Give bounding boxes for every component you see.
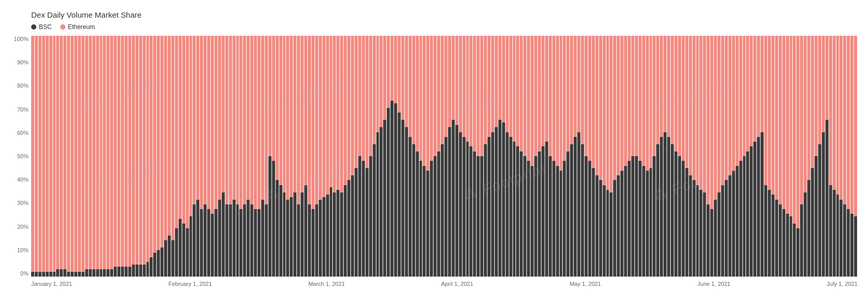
bar-bsc bbox=[736, 166, 739, 277]
bar-bsc bbox=[775, 200, 778, 277]
bar-bsc bbox=[649, 168, 653, 277]
bar-eth bbox=[509, 36, 512, 137]
bar-column bbox=[663, 36, 667, 277]
bar-column bbox=[35, 36, 38, 277]
x-label-jul: July 1, 2021 bbox=[827, 281, 858, 287]
bar-bsc bbox=[283, 192, 286, 277]
bar-bsc bbox=[347, 180, 350, 277]
bar-eth bbox=[114, 36, 117, 267]
bar-column bbox=[229, 36, 232, 277]
bar-bsc bbox=[743, 156, 746, 277]
bar-column bbox=[635, 36, 638, 277]
bar-eth bbox=[534, 36, 537, 156]
bar-column bbox=[552, 36, 555, 277]
bar-eth bbox=[725, 36, 728, 180]
bar-bsc bbox=[236, 204, 239, 277]
bar-bsc bbox=[254, 209, 257, 277]
bar-eth bbox=[78, 36, 81, 272]
bar-column bbox=[502, 36, 505, 277]
bar-bsc bbox=[441, 144, 444, 277]
bar-bsc bbox=[667, 137, 670, 277]
bar-column bbox=[592, 36, 595, 277]
bar-eth bbox=[674, 36, 677, 152]
bar-column bbox=[398, 36, 401, 277]
y-axis: 100% 90% 80% 70% 60% 50% 40% 30% 20% 10%… bbox=[8, 36, 29, 277]
bar-column bbox=[85, 36, 88, 277]
bar-column bbox=[574, 36, 577, 277]
bar-eth bbox=[790, 36, 793, 216]
bar-eth bbox=[678, 36, 681, 156]
bar-bsc bbox=[674, 152, 677, 277]
bar-eth bbox=[563, 36, 566, 161]
bar-eth bbox=[286, 36, 289, 200]
bar-eth bbox=[595, 36, 599, 175]
bar-bsc bbox=[308, 204, 311, 277]
bar-column bbox=[46, 36, 49, 277]
bar-bsc bbox=[290, 197, 293, 277]
bar-eth bbox=[53, 36, 56, 272]
x-label-feb: February 1, 2021 bbox=[169, 281, 212, 287]
bar-eth bbox=[484, 36, 487, 144]
bar-bsc bbox=[807, 180, 810, 277]
bar-bsc bbox=[656, 144, 659, 277]
bar-bsc bbox=[646, 171, 649, 277]
bar-bsc bbox=[473, 152, 476, 277]
bar-eth bbox=[160, 36, 164, 247]
bar-column bbox=[42, 36, 45, 277]
bar-eth bbox=[836, 36, 839, 195]
bar-eth bbox=[469, 36, 472, 146]
bar-bsc bbox=[117, 267, 120, 277]
bar-eth bbox=[703, 36, 706, 192]
bar-bsc bbox=[725, 180, 728, 277]
bar-column bbox=[351, 36, 354, 277]
bar-eth bbox=[459, 36, 462, 132]
bar-column bbox=[207, 36, 210, 277]
bar-column bbox=[193, 36, 196, 277]
y-label-10: 10% bbox=[8, 247, 29, 253]
bar-eth bbox=[613, 36, 616, 180]
bar-eth bbox=[807, 36, 810, 180]
bar-bsc bbox=[168, 236, 171, 277]
bar-bsc bbox=[311, 209, 315, 277]
bar-bsc bbox=[560, 171, 563, 277]
bar-column bbox=[595, 36, 599, 277]
bar-bsc bbox=[836, 195, 839, 277]
bar-column bbox=[214, 36, 218, 277]
bar-column bbox=[222, 36, 225, 277]
bar-bsc bbox=[103, 269, 106, 277]
bar-eth bbox=[308, 36, 311, 204]
bar-bsc bbox=[833, 190, 836, 277]
bar-eth bbox=[92, 36, 96, 269]
bar-bsc bbox=[272, 161, 275, 277]
bar-eth bbox=[796, 36, 799, 228]
bar-bsc bbox=[613, 180, 616, 277]
bar-column bbox=[498, 36, 501, 277]
bar-eth bbox=[35, 36, 38, 272]
bar-column bbox=[653, 36, 656, 277]
bar-bsc bbox=[487, 137, 491, 277]
bar-eth bbox=[419, 36, 423, 161]
y-label-40: 40% bbox=[8, 176, 29, 183]
bar-eth bbox=[603, 36, 606, 185]
bar-bsc bbox=[452, 120, 455, 277]
bar-column bbox=[419, 36, 423, 277]
bar-bsc bbox=[293, 192, 296, 277]
bar-bsc bbox=[189, 216, 193, 277]
bar-bsc bbox=[463, 137, 466, 277]
bar-bsc bbox=[125, 267, 128, 277]
bar-column bbox=[768, 36, 771, 277]
bar-bsc bbox=[689, 175, 692, 277]
bar-eth bbox=[793, 36, 796, 224]
bar-eth bbox=[222, 36, 225, 192]
bar-bsc bbox=[707, 204, 710, 277]
bar-bsc bbox=[721, 185, 724, 277]
bar-bsc bbox=[753, 142, 756, 277]
bar-bsc bbox=[319, 200, 322, 277]
bar-eth bbox=[732, 36, 735, 171]
bar-eth bbox=[330, 36, 333, 187]
bar-column bbox=[168, 36, 171, 277]
bar-column bbox=[319, 36, 322, 277]
bar-column bbox=[757, 36, 760, 277]
bar-column bbox=[714, 36, 717, 277]
bar-eth bbox=[207, 36, 210, 209]
